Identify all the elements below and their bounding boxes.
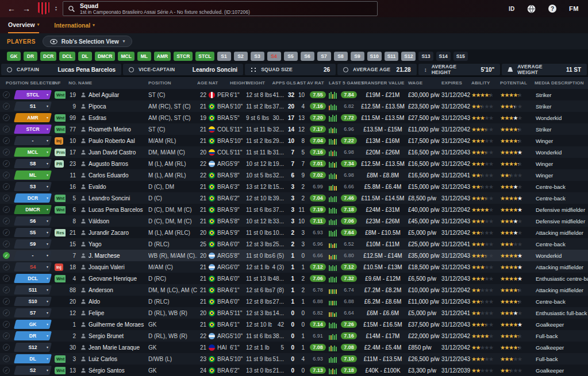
position-selector-dropdown[interactable]: STCR▾	[14, 125, 52, 134]
column-name[interactable]: NAME	[78, 80, 148, 86]
player-name[interactable]: Augusto Barros	[89, 161, 148, 167]
player-name[interactable]: Jean Marie Laraque	[89, 344, 148, 351]
position-filter-dl[interactable]: DL	[78, 52, 92, 61]
player-name[interactable]: J. Marchese	[89, 253, 148, 259]
position-selector-dropdown[interactable]: S9▾	[14, 239, 52, 249]
position-filter-mcl[interactable]: MCL	[118, 52, 134, 61]
player-row[interactable]: ✓ S6▾ 8 Váldson D (C), DM, M (C) 21 BRA …	[0, 215, 588, 227]
player-row[interactable]: ✓ MCL▾ Prm 17 Juan David Castro DM, M/AM…	[0, 146, 588, 158]
row-select-checkbox[interactable]: ✓	[3, 309, 10, 316]
player-name[interactable]: Pipoca	[89, 103, 148, 110]
position-filter-gk[interactable]: GK	[7, 52, 21, 61]
player-row[interactable]: ✓ S5▾ Res 21 Jurandir Zacaro M (L), AM (…	[0, 227, 588, 238]
player-row[interactable]: ✓ S10▾ 20 Aldo D (RLC) 21 BRA 6'0" 12 st…	[0, 296, 588, 307]
row-select-checkbox[interactable]: ✓	[3, 160, 10, 167]
row-select-checkbox[interactable]: ✓	[3, 218, 10, 224]
row-select-checkbox[interactable]: ✓	[3, 103, 10, 110]
column-av-rat[interactable]: AV RAT	[307, 80, 329, 86]
row-select-checkbox[interactable]: ✓	[3, 91, 10, 98]
player-name[interactable]: Esdras	[89, 115, 148, 121]
player-row[interactable]: ✓ S8▾ PR 23 Augusto Barros M (L), AM (RL…	[0, 158, 588, 169]
column-media-description[interactable]: MEDIA DESCRIPTION	[535, 80, 588, 86]
player-row[interactable]: ✓ STCL▾ Wnt 19 Abel Aguilar ST (C) 22 PE…	[0, 89, 588, 100]
selection-view-dropdown[interactable]: Rob's Selection View ▾	[43, 36, 133, 47]
position-filter-stcl[interactable]: STCL	[195, 52, 214, 61]
position-filter-dmcr[interactable]: DMCR	[95, 52, 116, 61]
column-ast[interactable]: AST	[297, 80, 307, 86]
column-age[interactable]: AGE	[197, 80, 209, 86]
tab-international[interactable]: International▾	[54, 17, 95, 33]
position-filter-s9[interactable]: S9	[351, 52, 364, 61]
player-name[interactable]: Abel Aguilar	[89, 92, 148, 98]
position-selector-dropdown[interactable]: MCL▾	[14, 148, 52, 157]
column-height[interactable]: HEIGHT	[230, 80, 246, 86]
row-select-checkbox[interactable]: ✓	[3, 183, 10, 190]
row-select-checkbox[interactable]: ✓	[3, 149, 10, 156]
column-apps[interactable]: APPS	[272, 80, 286, 86]
player-row[interactable]: ✓ DR▾ 2 Sergio Brunet D (RL), WB (R) 22 …	[0, 330, 588, 342]
row-select-checkbox[interactable]: ✓	[3, 367, 10, 374]
position-filter-s7[interactable]: S7	[317, 52, 331, 61]
player-row[interactable]: ✓ S11▾ 88 Anderson DM, M (LC), AM (C) 21…	[0, 284, 588, 296]
player-name[interactable]: Aldo	[89, 299, 148, 305]
position-filter-s6[interactable]: S6	[301, 52, 314, 61]
position-selector-dropdown[interactable]: S2▾	[14, 366, 52, 375]
player-name[interactable]: Luiz Carlos	[89, 356, 148, 362]
row-select-checkbox[interactable]: ✓	[3, 332, 10, 339]
player-row[interactable]: ✓ S2▾ Wnt 13 Sérgio Santos GK 24 BRA 6'2…	[0, 365, 588, 376]
player-name[interactable]: Carlos Eduardo	[89, 172, 148, 179]
player-row[interactable]: ✓ DCR▾ Wnt 5 Leandro Soncini D (C) 21 BR…	[0, 192, 588, 204]
back-arrow-icon[interactable]: ←	[6, 4, 17, 13]
row-select-checkbox[interactable]: ✓	[3, 172, 10, 179]
position-filter-s11[interactable]: S11	[385, 52, 399, 61]
position-selector-dropdown[interactable]: -▾	[14, 251, 52, 260]
help-icon[interactable]: ?	[548, 5, 556, 13]
player-row[interactable]: ✓ DL▾ Wnt 3 Luiz Carlos D/WB (L) 23 BRA …	[0, 353, 588, 365]
globe-icon[interactable]	[527, 5, 536, 13]
column-potential[interactable]: POTENTIAL	[500, 80, 535, 86]
column-inf[interactable]: INF	[53, 80, 66, 86]
player-name[interactable]: Roameth Merino	[89, 126, 148, 133]
player-row[interactable]: ✓ S4▾ Inj 18 Joaquin Valeri M/AM (C) 21 …	[0, 261, 588, 273]
position-filter-s1[interactable]: S1	[217, 52, 231, 61]
row-select-checkbox[interactable]: ✓	[3, 275, 10, 282]
column-wage[interactable]: WAGE	[408, 80, 441, 86]
row-select-checkbox[interactable]: ✓	[3, 252, 10, 259]
position-selector-dropdown[interactable]: AMR▾	[14, 113, 52, 122]
row-select-checkbox[interactable]: ✓	[3, 298, 10, 305]
position-selector-dropdown[interactable]: DMCR▾	[14, 205, 52, 214]
position-selector-dropdown[interactable]: STCL▾	[14, 90, 52, 99]
position-filter-s2[interactable]: S2	[234, 52, 248, 61]
position-filter-s15[interactable]: S15	[454, 52, 468, 61]
player-name[interactable]: Leandro Soncini	[89, 195, 148, 201]
player-name[interactable]: Evaldo	[89, 184, 148, 190]
row-select-checkbox[interactable]: ✓	[3, 137, 10, 144]
row-select-checkbox[interactable]: ✓	[3, 286, 10, 293]
row-select-checkbox[interactable]: ✓	[3, 206, 10, 213]
player-name[interactable]: Juan David Castro	[89, 149, 148, 156]
fm-logo[interactable]: FM	[569, 5, 579, 12]
club-crest[interactable]	[38, 2, 49, 15]
row-select-checkbox[interactable]: ✓	[3, 321, 10, 328]
position-filter-s8[interactable]: S8	[334, 52, 348, 61]
player-name[interactable]: Sergio Brunet	[89, 333, 148, 339]
position-selector-dropdown[interactable]: -▾	[14, 136, 52, 145]
player-name[interactable]: Guilherme de Moraes	[89, 321, 148, 328]
column-nat[interactable]: NAT	[209, 80, 230, 86]
position-filter-s13[interactable]: S13	[418, 52, 433, 61]
position-selector-dropdown[interactable]: GK▾	[14, 320, 52, 329]
position-filter-s14[interactable]: S14	[436, 52, 451, 61]
position-selector-dropdown[interactable]: S12▾	[14, 343, 52, 352]
player-row[interactable]: ✓ S9▾ 15 Yago D (RLC) 25 BRA 6'0" 12 st …	[0, 238, 588, 250]
column-no[interactable]: NO.	[66, 80, 78, 86]
position-selector-dropdown[interactable]: S10▾	[14, 297, 52, 306]
position-selector-dropdown[interactable]: S7▾	[14, 308, 52, 317]
row-select-checkbox[interactable]: ✓	[3, 241, 10, 247]
player-name[interactable]: Váldson	[89, 218, 148, 224]
player-row[interactable]: ✓ AMR▾ Wnt 99 Esdras AM (RC), ST (C) 19 …	[0, 112, 588, 123]
position-filter-s10[interactable]: S10	[367, 52, 382, 61]
forward-arrow-icon[interactable]: →	[21, 4, 32, 13]
position-selector-dropdown[interactable]: S6▾	[14, 216, 52, 226]
row-select-checkbox[interactable]: ✓	[3, 263, 10, 270]
column-last-5-games[interactable]: LAST 5 GAMES	[329, 80, 358, 86]
